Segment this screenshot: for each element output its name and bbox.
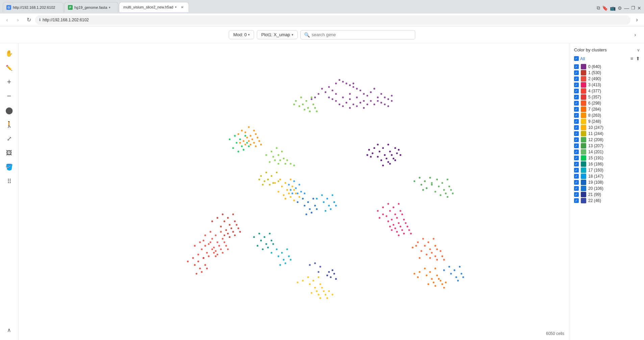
mod-dropdown[interactable]: Mod: 0 ▾ (229, 30, 254, 39)
svg-point-227 (248, 145, 250, 147)
window-minimize-btn[interactable]: — (624, 5, 629, 11)
svg-point-258 (316, 198, 318, 200)
nav-forward-btn[interactable]: › (14, 16, 22, 24)
add-tool-btn[interactable]: + (2, 75, 16, 89)
window-restore-btn[interactable]: ⧉ (597, 5, 600, 11)
window-maximize-btn[interactable]: ❐ (631, 5, 635, 10)
tab3-close-btn[interactable]: ✕ (180, 5, 184, 9)
gene-search-bar[interactable]: 🔍 (300, 30, 415, 40)
right-panel: Color by clusters ∨ ✓ All ≡ ⬆ ✓0 (640)✓1… (570, 43, 644, 340)
svg-point-246 (283, 259, 284, 260)
dots-tool-btn[interactable]: ⠿ (2, 175, 16, 188)
svg-point-41 (373, 104, 375, 105)
svg-point-178 (267, 179, 269, 180)
cluster-18-color (581, 174, 586, 179)
mod-chevron-icon: ▾ (248, 33, 250, 37)
cluster-22-checkbox[interactable]: ✓ (574, 198, 579, 203)
cluster-5-checkbox[interactable]: ✓ (574, 95, 579, 99)
plot-chevron-icon: ▾ (292, 33, 293, 37)
cluster-row-21: ✓21 (99) (574, 192, 640, 197)
svg-point-364 (260, 144, 262, 145)
cluster-14-checkbox[interactable]: ✓ (574, 150, 579, 154)
svg-point-200 (424, 180, 426, 182)
nav-back-btn[interactable]: ‹ (3, 16, 11, 24)
svg-point-304 (227, 233, 229, 234)
brush-tool-btn[interactable]: ⬤ (2, 104, 16, 117)
svg-point-267 (314, 205, 316, 206)
address-bar[interactable]: ℹ http://192.168.1.202:6102 (35, 15, 630, 25)
browser-tab-1[interactable]: G http://192.168.1.202:6102 (3, 2, 64, 12)
cluster-12-checkbox[interactable]: ✓ (574, 137, 579, 142)
cluster-22-label: 22 (46) (588, 198, 601, 203)
svg-point-238 (272, 243, 274, 245)
panel-header[interactable]: Color by clusters ∨ (574, 47, 640, 52)
cluster-14-color (581, 149, 586, 155)
cluster-19-checkbox[interactable]: ✓ (574, 180, 579, 185)
toolbar-right-btn[interactable]: › (630, 30, 640, 40)
cluster-0-checkbox[interactable]: ✓ (574, 64, 579, 69)
cluster-18-checkbox[interactable]: ✓ (574, 174, 579, 179)
edit-tool-btn[interactable]: ✏️ (2, 61, 16, 74)
svg-point-112 (431, 252, 432, 253)
svg-point-46 (391, 95, 393, 96)
svg-point-160 (284, 182, 286, 184)
cluster-11-checkbox[interactable]: ✓ (574, 131, 579, 136)
cluster-7-checkbox[interactable]: ✓ (574, 107, 579, 112)
cluster-10-checkbox[interactable]: ✓ (574, 125, 579, 130)
svg-point-385 (298, 184, 300, 185)
svg-point-79 (400, 210, 401, 212)
window-close-btn[interactable]: ✕ (637, 5, 641, 11)
cluster-13-checkbox[interactable]: ✓ (574, 143, 579, 148)
nav-refresh-btn[interactable]: ↻ (24, 16, 33, 24)
window-bookmark-btn[interactable]: 🔖 (602, 5, 608, 11)
cluster-7-color (581, 107, 586, 112)
collapse-sidebar-btn[interactable]: ∧ (2, 323, 16, 337)
svg-point-355 (241, 130, 243, 131)
cluster-3-checkbox[interactable]: ✓ (574, 83, 579, 87)
svg-point-206 (422, 189, 424, 191)
cluster-2-checkbox[interactable]: ✓ (574, 76, 579, 81)
image-tool-btn[interactable]: 🖼 (2, 146, 16, 160)
nav-more-btn[interactable]: › (633, 16, 641, 24)
window-cast-btn[interactable]: 📺 (610, 5, 616, 11)
svg-point-201 (429, 177, 431, 179)
window-settings-btn[interactable]: ⚙ (618, 5, 622, 11)
cluster-6-checkbox[interactable]: ✓ (574, 101, 579, 106)
svg-point-194 (445, 192, 447, 194)
zoom-fit-btn[interactable]: ⤢ (2, 132, 16, 145)
cluster-18-label: 18 (147) (588, 174, 603, 179)
mod-label: Mod: 0 (233, 32, 247, 37)
paint-bucket-btn[interactable]: 🪣 (2, 160, 16, 174)
cluster-21-checkbox[interactable]: ✓ (574, 192, 579, 197)
move-tool-btn[interactable]: 🚶 (2, 118, 16, 131)
hand-tool-btn[interactable]: ✋ (2, 47, 16, 60)
subtract-tool-btn[interactable]: − (2, 89, 16, 103)
list-view-icon[interactable]: ≡ (630, 56, 633, 61)
browser-tab-3[interactable]: multi_visium_slice2_new.h5ad ▾ ✕ (119, 2, 189, 12)
cluster-4-label: 4 (377) (588, 89, 601, 93)
svg-point-146 (319, 283, 321, 285)
svg-point-213 (313, 104, 314, 105)
svg-point-288 (319, 266, 321, 268)
cluster-16-checkbox[interactable]: ✓ (574, 162, 579, 166)
cluster-8-checkbox[interactable]: ✓ (574, 113, 579, 118)
gene-search-input[interactable] (312, 32, 412, 37)
svg-point-141 (307, 276, 309, 278)
sort-icon[interactable]: ⬆ (636, 56, 640, 61)
svg-point-378 (290, 163, 292, 164)
cluster-15-checkbox[interactable]: ✓ (574, 156, 579, 160)
browser-tab-2[interactable]: P hg19_genome.fasta ▾ (64, 2, 118, 12)
cluster-20-checkbox[interactable]: ✓ (574, 186, 579, 191)
cluster-4-checkbox[interactable]: ✓ (574, 89, 579, 93)
cluster-1-checkbox[interactable]: ✓ (574, 70, 579, 75)
svg-point-244 (286, 248, 288, 250)
all-checkbox-container[interactable]: ✓ All (574, 56, 585, 61)
cluster-9-checkbox[interactable]: ✓ (574, 119, 579, 124)
svg-point-374 (272, 156, 274, 158)
svg-point-204 (414, 180, 415, 182)
plot-dropdown[interactable]: Plot1: X_umap ▾ (257, 30, 297, 39)
svg-point-131 (438, 278, 440, 280)
cluster-17-checkbox[interactable]: ✓ (574, 168, 579, 173)
address-lock-icon: ℹ (39, 18, 41, 22)
svg-point-45 (387, 98, 389, 100)
